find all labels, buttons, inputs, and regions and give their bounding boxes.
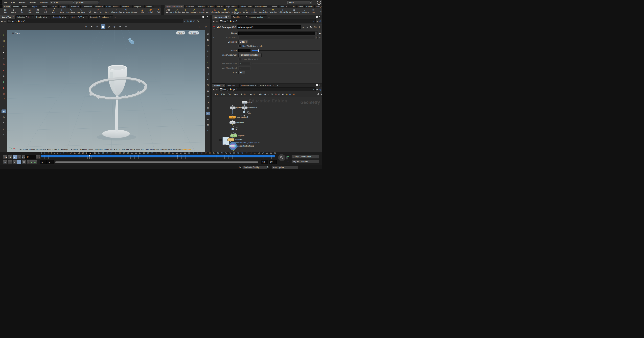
ladle-icon[interactable]: ⌣ <box>305 26 309 29</box>
shelf-tool[interactable]: ○ Circle <box>58 8 66 13</box>
range-end-input[interactable]: 60 <box>261 160 268 164</box>
close-tab-icon[interactable]: × <box>110 16 111 18</box>
shelf-tab[interactable]: Collisions <box>184 5 196 8</box>
range-start-input[interactable]: 1 <box>40 160 47 164</box>
add-pane-tab-icon[interactable]: + <box>276 84 280 87</box>
network-menu-item[interactable]: Layout <box>247 93 256 96</box>
close-tab-icon[interactable]: × <box>255 84 256 87</box>
menu-item[interactable]: Windows <box>38 1 50 4</box>
shelf-tab[interactable]: Viscous Fluids <box>254 5 269 8</box>
breadcrumb-root[interactable]: obj <box>224 20 226 22</box>
node-path-null[interactable]: ✖ <box>242 111 246 114</box>
add-shelf-tab-icon[interactable]: + <box>306 5 310 8</box>
close-tab-icon[interactable]: × <box>67 16 68 18</box>
select-arrow-icon[interactable]: ➤ <box>318 32 322 35</box>
shelf-tool[interactable]: ◇ Platonic Solids <box>111 8 122 13</box>
tool-icon[interactable]: ● <box>2 68 6 72</box>
add-shelf-tab-icon[interactable]: + <box>154 5 158 8</box>
display-option-icon[interactable]: ◨ <box>206 101 210 104</box>
menu-item[interactable]: Assets <box>28 1 38 4</box>
shelf-tool[interactable]: ∞ Metaball <box>130 8 138 13</box>
set-key-button[interactable] <box>278 154 286 161</box>
snap-grid-icon[interactable]: ⊞ <box>278 93 281 96</box>
network-menu-item[interactable]: Add <box>213 93 220 96</box>
path-field[interactable]: obj ❯ geo1 ▼ <box>7 19 183 23</box>
nav-back-icon[interactable]: ◀ <box>212 20 215 22</box>
path-field[interactable]: obj ❯ geo1 ▼ <box>218 19 316 23</box>
display-option-icon[interactable]: ▦ <box>206 123 210 127</box>
network-editor[interactable]: Education Edition Geometry <box>212 97 322 152</box>
playbar-toggle-button[interactable]: ▭ <box>3 160 8 164</box>
spinner-icon[interactable]: ▴▾ <box>98 1 100 4</box>
shelf-tab[interactable]: Modify <box>12 5 20 8</box>
viewport-tool-icon[interactable]: ✳ <box>124 24 128 29</box>
tool-icon[interactable]: ✥ <box>2 63 6 66</box>
shelf-tool[interactable]: ☼ Sky Light <box>242 8 250 13</box>
viewport-tool-icon[interactable]: ⊘ <box>112 24 117 29</box>
shelf-tool[interactable]: Ψ L-System <box>122 8 130 13</box>
display-option-icon[interactable]: ▤ <box>206 66 210 70</box>
shelf-tool[interactable]: ◎ Torus <box>26 8 34 13</box>
shelf-tool[interactable]: ☀ Point Light <box>173 8 182 13</box>
shelf-tool[interactable]: ◙ Camera <box>165 8 173 13</box>
display-option-icon[interactable]: ○ <box>206 55 210 58</box>
group-input[interactable] <box>238 31 315 35</box>
breadcrumb-root[interactable]: obj <box>224 88 226 91</box>
shelf-tool[interactable]: ● Sphere <box>10 8 18 13</box>
close-tab-icon[interactable]: × <box>86 16 87 18</box>
shelf-tool[interactable]: ▮ Tube <box>18 8 26 13</box>
pane-tab[interactable]: Composite View× <box>51 15 70 19</box>
tool-icon[interactable]: ✎ <box>2 45 6 49</box>
trim-select[interactable]: All ▴▾ <box>238 71 245 74</box>
shelf-tab[interactable]: Rigging <box>58 5 68 8</box>
node-dopnet1[interactable]: ♟ <box>230 134 237 137</box>
tool-icon[interactable]: ◠ <box>2 121 6 125</box>
shelf-tab[interactable]: Rigid Bodies <box>224 5 238 8</box>
toolbar-handle-icon[interactable]: ∷ <box>4 25 5 28</box>
shelf-tool[interactable]: ▤ Portal Light <box>268 8 278 13</box>
shelf-tab[interactable]: Guide Process <box>105 5 120 8</box>
close-tab-icon[interactable]: × <box>222 84 224 87</box>
breadcrumb-node[interactable]: geo1 <box>233 88 238 91</box>
range-slider[interactable] <box>56 162 258 163</box>
shelf-tab[interactable]: Deform <box>39 5 49 8</box>
close-tab-icon[interactable]: × <box>48 16 49 18</box>
shelf-tool[interactable]: ▧ Box <box>1 8 10 13</box>
shelf-tool[interactable]: ◐ Spot Light <box>182 8 190 13</box>
tool-icon[interactable]: ◎ <box>2 115 6 119</box>
tool-icon[interactable]: ✦ <box>2 33 6 37</box>
shelf-tool[interactable]: ✹ Distant Light <box>220 8 230 13</box>
display-option-icon[interactable]: ◧ <box>206 38 210 41</box>
channel-sync-icon[interactable]: ⟳ <box>288 155 289 158</box>
gear-icon[interactable]: ✳ <box>301 26 305 29</box>
current-frame-flag[interactable]: 13 <box>87 152 92 155</box>
transport-button[interactable]: |◀◀ <box>3 155 8 160</box>
pane-split-icon[interactable]: ▣ <box>189 20 192 22</box>
breadcrumb-node[interactable]: geo1 <box>233 20 238 22</box>
shelf-tool[interactable]: ▱ File <box>138 8 146 13</box>
pane-menu-icon[interactable]: ▼ <box>318 84 321 86</box>
shelf-tool[interactable]: ✳ Null <box>42 8 50 13</box>
link-target-icon[interactable]: ◎ <box>186 20 189 22</box>
network-menu-item[interactable]: View <box>232 93 240 96</box>
key-mode-select[interactable]: Key All Channels ▴▾ <box>292 160 319 163</box>
overflow-arrow-icon[interactable]: ▸ <box>320 10 321 12</box>
playbar-toggle-button[interactable]: ♪ <box>8 160 12 164</box>
shelf-tool[interactable]: ✎ Draw Curve <box>76 8 86 13</box>
shelf-tool[interactable]: ↝ Path <box>86 8 94 13</box>
current-frame-input[interactable]: 13 <box>25 155 36 160</box>
persp-view-button[interactable]: Persp▾ <box>176 31 185 34</box>
shelf-tab[interactable]: Create <box>2 5 12 8</box>
shelf-tool[interactable]: ⇄ Switc <box>310 8 318 13</box>
shelf-tool[interactable]: ∿ Curve Bezier <box>66 8 76 13</box>
close-tab-icon[interactable]: × <box>273 84 274 87</box>
viewport-tool-icon[interactable]: ➤ <box>89 24 94 29</box>
collapse-node-icon[interactable]: – <box>219 139 222 141</box>
tool-icon[interactable]: Ω <box>2 127 6 131</box>
network-menu-item[interactable]: Edit <box>220 93 226 96</box>
pane-tab[interactable]: Take List× <box>231 15 244 19</box>
pane-tab[interactable]: Material Palette× <box>240 84 258 87</box>
tool-icon[interactable]: ◆ <box>2 74 6 78</box>
help-icon[interactable]: ? <box>317 1 321 5</box>
node-transform1[interactable]: ⇄ <box>242 106 248 109</box>
